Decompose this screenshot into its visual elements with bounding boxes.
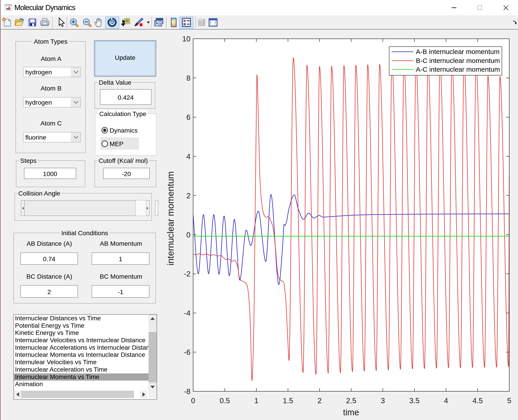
svg-text:0.5: 0.5 — [220, 397, 230, 405]
svg-text:time: time — [343, 408, 359, 417]
svg-text:1.5: 1.5 — [283, 397, 293, 405]
svg-text:4.5: 4.5 — [473, 397, 483, 405]
svg-text:4: 4 — [444, 397, 448, 405]
svg-text:A-C internuclear momentum: A-C internuclear momentum — [416, 66, 500, 73]
svg-text:internuclear momentum: internuclear momentum — [165, 171, 175, 265]
svg-text:1: 1 — [254, 397, 258, 405]
svg-text:-2: -2 — [184, 270, 190, 278]
svg-text:8: 8 — [186, 74, 190, 82]
svg-text:-6: -6 — [184, 348, 190, 356]
svg-text:3: 3 — [381, 397, 385, 405]
svg-text:-8: -8 — [184, 387, 190, 396]
svg-text:B-C internuclear momentum: B-C internuclear momentum — [416, 57, 500, 64]
svg-text:-4: -4 — [184, 309, 190, 317]
svg-text:3.5: 3.5 — [409, 397, 420, 405]
svg-text:5: 5 — [507, 397, 511, 405]
svg-text:6: 6 — [186, 113, 190, 121]
svg-text:0: 0 — [191, 397, 195, 405]
svg-text:0: 0 — [186, 231, 190, 239]
svg-text:2: 2 — [317, 397, 322, 405]
svg-text:4: 4 — [186, 152, 190, 161]
svg-text:2: 2 — [186, 192, 190, 200]
svg-text:A-B internuclear momentum: A-B internuclear momentum — [416, 48, 499, 55]
svg-text:2.5: 2.5 — [346, 397, 356, 405]
svg-text:10: 10 — [182, 35, 190, 43]
